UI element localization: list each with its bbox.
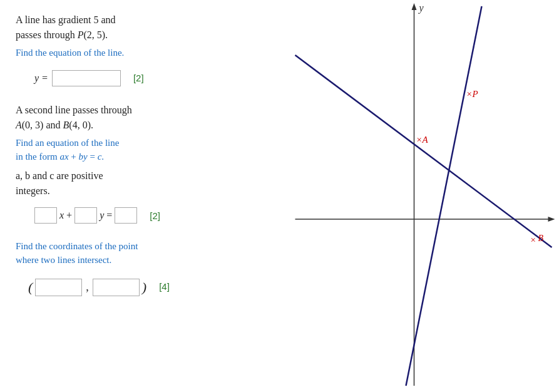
point-a-label: ×A <box>416 135 429 145</box>
problem2-y-label: y = <box>100 210 112 221</box>
problem2-input-row: x + y = <box>34 207 137 224</box>
point-p-label: ×P <box>466 89 478 99</box>
problem1-marks: [2] <box>133 73 144 83</box>
problem2-a-input[interactable] <box>34 207 57 224</box>
problem3-answer-row: ( , ) [4] <box>16 272 272 301</box>
problem1-question: Find the equation of the line. <box>16 46 272 60</box>
problem1-answer-input[interactable] <box>52 70 121 86</box>
left-panel: A line has gradient 5 and passes through… <box>0 0 288 392</box>
problem3-x-input[interactable] <box>35 279 82 296</box>
problem3-coords-row: ( , ) <box>28 279 146 296</box>
y-axis-label: y <box>418 3 424 14</box>
problem3-q-line2: where two lines intersect. <box>16 255 111 265</box>
point-b-label: × <box>530 235 536 245</box>
problem2-block: A second line passes through A(0, 3) and… <box>16 103 272 229</box>
problem2-b-input[interactable] <box>74 207 97 224</box>
problem2-q-line2: in the form ax + by = c. <box>16 152 104 162</box>
problem3-y-input[interactable] <box>93 279 140 296</box>
close-paren: ) <box>142 279 146 296</box>
problem1-var: y = <box>34 73 48 84</box>
problem3-marks: [4] <box>159 281 170 292</box>
problem1-block: A line has gradient 5 and passes through… <box>16 13 272 91</box>
problem2-line2: A(0, 3) and B(4, 0). <box>16 120 93 130</box>
problem2-text: A second line passes through A(0, 3) and… <box>16 103 272 133</box>
open-paren: ( <box>28 279 33 296</box>
svg-marker-2 <box>412 3 417 10</box>
line1 <box>406 6 482 386</box>
problem1-text: A line has gradient 5 and passes through… <box>16 13 272 43</box>
problem2-note-line2: integers. <box>16 185 50 196</box>
problem3-question: Find the coordinates of the point where … <box>16 240 272 267</box>
graph-svg: y ×P ×A × B <box>288 0 559 392</box>
problem2-q-line1: Find an equation of the line <box>16 138 119 148</box>
problem1-input-row: y = <box>34 70 121 86</box>
problem2-note-line1: a, b and c are positive <box>16 170 103 181</box>
problem3-block: Find the coordinates of the point where … <box>16 240 272 301</box>
problem2-note: a, b and c are positive integers. <box>16 168 272 199</box>
problem3-q-line1: Find the coordinates of the point <box>16 241 138 251</box>
line2 <box>295 55 552 247</box>
problem2-line1: A second line passes through <box>16 105 132 115</box>
problem1-answer-row: y = [2] <box>16 65 272 91</box>
problem2-x-label: x + <box>59 210 72 221</box>
svg-marker-3 <box>548 217 555 222</box>
graph-panel: y ×P ×A × B <box>288 0 559 392</box>
problem1-line1: A line has gradient 5 and <box>16 14 116 25</box>
problem2-question: Find an equation of the line in the form… <box>16 137 272 164</box>
problem1-line2: passes through P(2, 5). <box>16 29 108 40</box>
problem2-answer-row: x + y = [2] <box>16 202 272 229</box>
point-b-text: B <box>538 234 544 243</box>
problem2-c-input[interactable] <box>115 207 137 224</box>
comma: , <box>86 281 89 294</box>
problem2-marks: [2] <box>150 210 160 221</box>
